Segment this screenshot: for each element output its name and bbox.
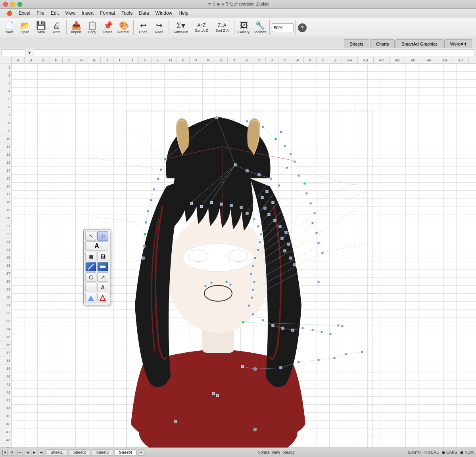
col-header-Q[interactable]: Q [215, 57, 228, 63]
view-toggle-1[interactable]: ⊞ [2, 450, 8, 455]
menu-data[interactable]: Data [136, 10, 152, 17]
col-header-T[interactable]: T [253, 57, 266, 63]
cursor-tool-button[interactable]: ▷ [97, 231, 108, 241]
sort-za-button[interactable]: Z↓A Sort Z-A [212, 19, 232, 37]
col-header-C[interactable]: C [37, 57, 50, 63]
copy-button[interactable]: 📋 Copy [84, 19, 100, 37]
col-header-O[interactable]: O [190, 57, 202, 63]
sheet-tab-sheet3[interactable]: Sheet3 [92, 449, 113, 455]
image-tool-button[interactable]: 🖼 [97, 252, 108, 261]
col-header-Y[interactable]: Y [317, 57, 329, 63]
tab-wordart[interactable]: WordArt [444, 39, 472, 48]
menu-edit[interactable]: Edit [48, 10, 62, 17]
line-tool-button[interactable] [85, 262, 96, 272]
menu-excel[interactable]: Excel [15, 10, 33, 17]
col-header-E[interactable]: E [63, 57, 75, 63]
tab-charts[interactable]: Charts [370, 39, 395, 48]
col-header-V[interactable]: V [278, 57, 291, 63]
fill-color-button[interactable] [85, 293, 96, 302]
line-style-button[interactable]: — [85, 283, 96, 292]
menu-insert[interactable]: Insert [79, 10, 97, 17]
col-header-H[interactable]: H [101, 57, 113, 63]
arrow-tool-button[interactable]: ↗ [97, 272, 108, 282]
open-button[interactable]: 📂 Open [17, 19, 33, 37]
status-right: Sum=0 SCRL CAPS NUM [408, 450, 474, 455]
maximize-button[interactable] [17, 2, 22, 7]
undo-button[interactable]: ↩ Undo [136, 19, 151, 37]
save-button[interactable]: 💾 Save [33, 19, 48, 37]
format-button[interactable]: 🎨 Format [116, 19, 131, 37]
tab-smartart[interactable]: SmartArt Graphics [395, 39, 443, 48]
col-header-I[interactable]: I [113, 57, 126, 63]
sheet-tab-sheet1[interactable]: Sheet1 [46, 449, 67, 455]
col-header-AF[interactable]: AF [421, 57, 437, 63]
grid-area[interactable]: 1234567891011121314151617181920212223242… [0, 63, 476, 447]
col-header-AA[interactable]: AA [342, 57, 358, 63]
menu-apple[interactable]: 🍎 [3, 10, 15, 17]
gallery-button[interactable]: 🖼 Gallery [236, 19, 251, 37]
text-tool-button[interactable]: A [85, 241, 108, 251]
menu-window[interactable]: Window [152, 10, 176, 17]
col-header-M[interactable]: M [164, 57, 177, 63]
col-header-D[interactable]: D [50, 57, 63, 63]
tab-sheets[interactable]: Sheets [344, 39, 369, 48]
autosum-button[interactable]: Σ▾ AutoSum [171, 19, 191, 37]
print-button[interactable]: 🖨 Print [49, 19, 64, 37]
col-header-Z[interactable]: Z [329, 57, 342, 63]
sheet-nav-first[interactable]: ⏮ [17, 450, 23, 455]
sheet-tab-sheet2[interactable]: Sheet2 [69, 449, 90, 455]
sheet-nav-prev[interactable]: ◀ [25, 450, 30, 455]
redo-button[interactable]: ↪ Redo [152, 19, 167, 37]
menu-help[interactable]: Help [175, 10, 192, 17]
col-header-G[interactable]: G [88, 57, 101, 63]
menu-tools[interactable]: Tools [118, 10, 136, 17]
table-tool-button[interactable]: ▦ [85, 252, 96, 261]
minimize-button[interactable] [10, 2, 15, 7]
col-header-F[interactable]: F [75, 57, 88, 63]
col-header-R[interactable]: R [228, 57, 240, 63]
col-header-U[interactable]: U [266, 57, 278, 63]
menu-view[interactable]: View [62, 10, 79, 17]
help-button[interactable]: ? [298, 23, 307, 32]
col-header-AB[interactable]: AB [358, 57, 374, 63]
col-header-AH[interactable]: AH [453, 57, 469, 63]
col-header-S[interactable]: S [240, 57, 253, 63]
col-header-AG[interactable]: AG [437, 57, 453, 63]
col-header-K[interactable]: K [139, 57, 152, 63]
add-sheet-button[interactable]: + [138, 449, 144, 456]
col-header-W[interactable]: W [291, 57, 304, 63]
row-number-1: 1 [0, 63, 12, 71]
col-header-N[interactable]: N [177, 57, 190, 63]
toolbox-button[interactable]: 🔧 Toolbox [252, 19, 267, 37]
zoom-box[interactable]: 50% [272, 23, 294, 32]
formula-expand-icon[interactable]: ▾ [27, 50, 32, 55]
sort-az-button[interactable]: A↑Z Sort A-Z [192, 19, 211, 37]
formula-input[interactable] [34, 49, 474, 56]
close-button[interactable] [3, 2, 8, 7]
select-tool-button[interactable]: ↖ [85, 231, 96, 241]
rect-tool-button[interactable] [97, 262, 108, 272]
paste-button[interactable]: 📌 Paste [100, 19, 115, 37]
col-header-J[interactable]: J [126, 57, 139, 63]
col-header-L[interactable]: L [152, 57, 164, 63]
col-header-AC[interactable]: AC [374, 57, 390, 63]
stroke-color-button[interactable] [97, 293, 108, 302]
col-header-AD[interactable]: AD [390, 57, 405, 63]
sheet-nav-next[interactable]: ▶ [32, 450, 37, 455]
import-button[interactable]: 📥 Import [69, 19, 84, 37]
new-button[interactable]: 📄 New [2, 19, 17, 37]
menu-format[interactable]: Format [97, 10, 118, 17]
col-header-X[interactable]: X [304, 57, 317, 63]
svg-rect-172 [100, 300, 106, 301]
col-header-P[interactable]: P [202, 57, 215, 63]
sheet-tab-sheet4[interactable]: Sheet4 [115, 449, 136, 455]
col-header-AE[interactable]: AE [405, 57, 421, 63]
sheet-nav-last[interactable]: ⏭ [39, 450, 44, 455]
col-header-B[interactable]: B [25, 57, 37, 63]
menu-file[interactable]: File [33, 10, 47, 17]
view-toggle-2[interactable]: ⊡ [9, 450, 14, 455]
cell-reference-box[interactable] [2, 49, 25, 56]
col-header-A[interactable]: A [12, 57, 25, 63]
font-color-button[interactable]: A [97, 283, 108, 292]
shape-tool-button[interactable]: ⬡ [85, 272, 96, 282]
